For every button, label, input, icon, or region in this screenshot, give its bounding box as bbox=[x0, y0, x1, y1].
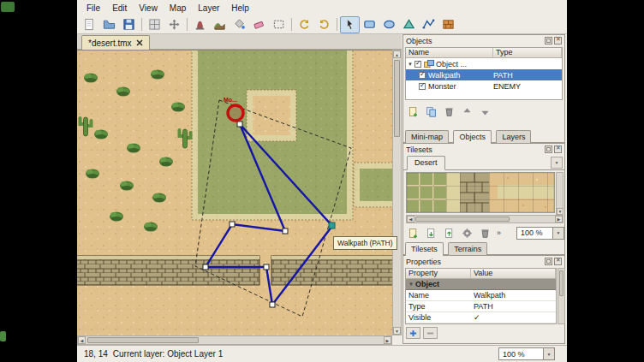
chevron-down-icon[interactable] bbox=[552, 228, 564, 239]
tileset-horizontal-scrollbar[interactable] bbox=[406, 215, 564, 223]
expander-icon[interactable] bbox=[408, 282, 415, 287]
export-tileset-button[interactable] bbox=[441, 226, 457, 240]
rect-select-button[interactable] bbox=[269, 16, 289, 33]
lower-object-button[interactable] bbox=[477, 104, 493, 119]
property-group-row[interactable]: Object bbox=[406, 279, 556, 290]
map-viewport[interactable]: Mo... bbox=[77, 50, 392, 335]
scroll-up-icon[interactable] bbox=[393, 50, 401, 58]
float-panel-icon[interactable] bbox=[545, 258, 552, 265]
insert-tile-object-tool-button[interactable] bbox=[438, 16, 458, 33]
visibility-checkbox[interactable] bbox=[419, 83, 426, 90]
walkpath-row[interactable]: Walkpath PATH bbox=[406, 69, 562, 80]
new-map-button[interactable] bbox=[80, 16, 99, 33]
terrain-brush-button[interactable] bbox=[210, 16, 230, 33]
remove-property-button[interactable] bbox=[423, 327, 438, 339]
tileset-scroll-thumb[interactable] bbox=[415, 217, 510, 222]
raise-object-button[interactable] bbox=[459, 104, 475, 119]
tab-layers[interactable]: Layers bbox=[496, 130, 531, 144]
scroll-left-icon[interactable] bbox=[407, 216, 414, 223]
scroll-right-icon[interactable] bbox=[384, 336, 391, 344]
tileset-zoom-combo[interactable]: 100 % bbox=[516, 227, 564, 240]
remove-tileset-button[interactable] bbox=[477, 226, 493, 240]
rotate-right-button[interactable] bbox=[314, 16, 334, 33]
insert-ellipse-tool-button[interactable] bbox=[379, 16, 399, 33]
tab-mini-map[interactable]: Mini-map bbox=[405, 130, 449, 144]
properties-table[interactable]: Property Value Object Name Walkpath Type… bbox=[405, 268, 557, 324]
property-type-value[interactable]: PATH bbox=[471, 302, 556, 311]
arrow-up-icon bbox=[462, 106, 473, 117]
menu-file[interactable]: File bbox=[80, 2, 106, 15]
document-tab-desert[interactable]: *desert.tmx bbox=[81, 35, 150, 50]
property-visible-checkbox[interactable]: ✓ bbox=[471, 313, 556, 322]
save-map-button[interactable] bbox=[119, 16, 139, 33]
add-object-button[interactable] bbox=[405, 104, 421, 119]
menu-edit[interactable]: Edit bbox=[106, 2, 133, 15]
insert-rectangle-tool-button[interactable] bbox=[360, 16, 379, 33]
value-column-header[interactable]: Value bbox=[471, 269, 556, 278]
canvas-horizontal-scrollbar[interactable] bbox=[77, 335, 392, 345]
scroll-down-icon[interactable] bbox=[393, 327, 401, 335]
tileset-image[interactable] bbox=[407, 173, 554, 212]
selected-node[interactable] bbox=[329, 223, 335, 228]
remove-object-button[interactable] bbox=[441, 104, 457, 119]
tab-objects[interactable]: Objects bbox=[453, 130, 492, 144]
close-panel-icon[interactable] bbox=[554, 37, 562, 45]
expander-icon[interactable] bbox=[408, 62, 414, 67]
objects-tree[interactable]: Name Type Object ... Walkpath PATH bbox=[405, 47, 563, 100]
scroll-left-icon[interactable] bbox=[78, 336, 86, 344]
close-panel-icon[interactable] bbox=[554, 258, 562, 265]
eraser-button[interactable] bbox=[249, 16, 269, 33]
add-property-button[interactable] bbox=[406, 327, 420, 339]
property-name-value[interactable]: Walkpath bbox=[471, 291, 556, 300]
map-canvas[interactable]: Mo... bbox=[77, 50, 392, 336]
float-panel-icon[interactable] bbox=[545, 145, 552, 153]
offset-map-button[interactable] bbox=[164, 16, 184, 33]
resize-map-button[interactable] bbox=[145, 16, 164, 33]
monster-row[interactable]: Monster ENEMY bbox=[406, 80, 562, 92]
chevron-down-icon[interactable] bbox=[543, 348, 554, 359]
horizontal-scroll-thumb[interactable] bbox=[87, 337, 199, 343]
name-column-header[interactable]: Name bbox=[406, 48, 493, 57]
tileset-tab-desert[interactable]: Desert bbox=[407, 156, 445, 170]
properties-scroll-thumb[interactable] bbox=[559, 270, 564, 296]
desktop-artifact bbox=[0, 331, 6, 341]
menu-map[interactable]: Map bbox=[164, 2, 192, 15]
object-group-row[interactable]: Object ... bbox=[406, 58, 562, 69]
map-zoom-combo[interactable]: 100 % bbox=[498, 347, 555, 360]
property-row-visible[interactable]: Visible ✓ bbox=[406, 312, 556, 323]
float-panel-icon[interactable] bbox=[545, 37, 552, 45]
properties-scrollbar[interactable] bbox=[558, 268, 565, 324]
insert-polyline-tool-button[interactable] bbox=[419, 16, 438, 33]
bucket-fill-button[interactable] bbox=[230, 16, 249, 33]
scroll-down-icon[interactable] bbox=[557, 208, 564, 215]
tileset-properties-button[interactable] bbox=[459, 226, 475, 240]
new-tileset-button[interactable] bbox=[405, 226, 421, 240]
import-tileset-button[interactable] bbox=[423, 226, 439, 240]
select-objects-tool-button[interactable] bbox=[340, 16, 360, 33]
type-column-header[interactable]: Type bbox=[493, 48, 562, 57]
visibility-checkbox[interactable] bbox=[419, 72, 426, 79]
tileset-list-dropdown-icon[interactable] bbox=[551, 157, 563, 169]
property-row-type[interactable]: Type PATH bbox=[406, 301, 556, 312]
menu-layer[interactable]: Layer bbox=[192, 2, 225, 15]
canvas-vertical-scrollbar[interactable] bbox=[392, 50, 402, 335]
close-tab-icon[interactable] bbox=[136, 39, 143, 46]
duplicate-object-button[interactable] bbox=[423, 104, 439, 119]
close-panel-icon[interactable] bbox=[554, 145, 562, 153]
tileset-view[interactable] bbox=[406, 172, 555, 213]
rotate-left-button[interactable] bbox=[295, 16, 314, 33]
menu-help[interactable]: Help bbox=[225, 2, 255, 15]
tab-tilesets[interactable]: Tilesets bbox=[405, 242, 444, 256]
toolbar-overflow-icon[interactable]: » bbox=[495, 228, 503, 237]
vertical-scroll-thumb[interactable] bbox=[394, 60, 400, 137]
insert-polygon-tool-button[interactable] bbox=[399, 16, 419, 33]
open-map-button[interactable] bbox=[99, 16, 119, 33]
tileset-vertical-scrollbar[interactable] bbox=[556, 172, 564, 215]
scroll-right-icon[interactable] bbox=[555, 216, 563, 223]
menu-view[interactable]: View bbox=[133, 2, 164, 15]
tab-terrains[interactable]: Terrains bbox=[448, 242, 487, 256]
property-column-header[interactable]: Property bbox=[406, 269, 471, 278]
visibility-checkbox[interactable] bbox=[414, 61, 421, 68]
stamp-brush-button[interactable] bbox=[190, 16, 210, 33]
property-row-name[interactable]: Name Walkpath bbox=[406, 290, 556, 301]
